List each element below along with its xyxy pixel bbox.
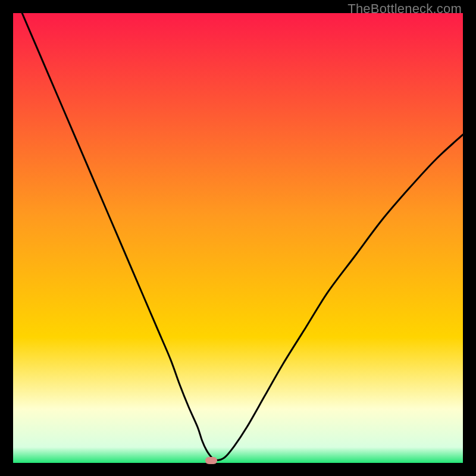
- gradient-background: [13, 13, 463, 463]
- minimum-marker: [205, 457, 217, 464]
- chart-frame: [13, 13, 463, 463]
- watermark-text: TheBottleneck.com: [347, 1, 462, 17]
- bottleneck-chart: [13, 13, 463, 463]
